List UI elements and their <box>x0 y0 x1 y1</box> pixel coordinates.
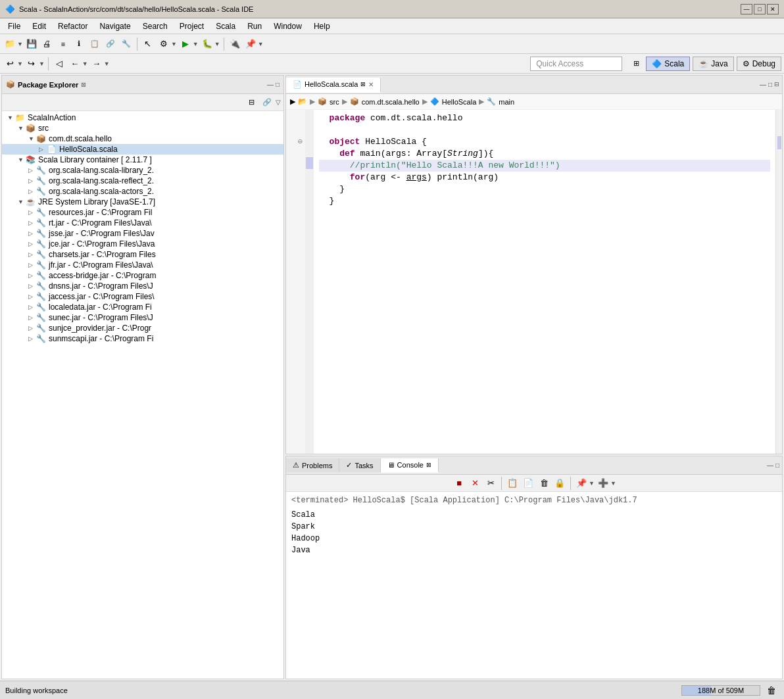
console-output-area[interactable]: <terminated> HelloScala$ [Scala Applicat… <box>286 492 782 679</box>
tab-tasks[interactable]: ✓ Tasks <box>339 458 380 472</box>
nav-back-dropdown[interactable]: ▼ <box>82 60 88 67</box>
copy-btn[interactable]: 📋 <box>505 476 520 491</box>
tree-item-package[interactable]: ▼ 📦 com.dt.scala.hello <box>2 133 283 144</box>
menu-project[interactable]: Project <box>174 20 209 32</box>
tree-item-charsets[interactable]: ▷ 🔧 charsets.jar - C:\Program Files <box>2 249 283 260</box>
tree-item-jfr[interactable]: ▷ 🔧 jfr.jar - C:\Program Files\Java\ <box>2 260 283 270</box>
new-console-btn[interactable]: ➕ <box>596 476 610 491</box>
console-panel-controls[interactable]: — □ <box>764 462 782 469</box>
menu-navigate[interactable]: Navigate <box>94 20 135 32</box>
code-editor[interactable]: package com.dt.scala.hello object HelloS… <box>314 110 775 454</box>
nav-back-btn[interactable]: ← <box>68 57 82 71</box>
tree-item-scala-actors[interactable]: ▷ 🔧 org.scala-lang.scala-actors_2. <box>2 186 283 197</box>
window-controls[interactable]: — □ ✕ <box>741 4 779 14</box>
menu-help[interactable]: Help <box>308 20 335 32</box>
new-console-dropdown[interactable]: ▼ <box>610 480 616 487</box>
minimize-button[interactable]: — <box>741 4 752 14</box>
view-btn3[interactable]: 📋 <box>87 37 102 51</box>
scala-perspective-btn[interactable]: 🔷 Scala <box>646 57 690 71</box>
tree-item-access-bridge[interactable]: ▷ 🔧 access-bridge.jar - C:\Program <box>2 270 283 281</box>
tree-item-scalainaction[interactable]: ▼ 📁 ScalaInAction <box>2 112 283 123</box>
back-btn[interactable]: ↩ <box>3 57 17 71</box>
view-menu-btn[interactable]: ▽ <box>276 99 281 106</box>
tree-item-jce[interactable]: ▷ 🔧 jce.jar - C:\Program Files\Java <box>2 239 283 249</box>
tree-item-scala-library[interactable]: ▷ 🔧 org.scala-lang.scala-library_2. <box>2 165 283 176</box>
minimize-editor-btn[interactable]: — <box>760 81 766 88</box>
run-dropdown[interactable]: ▼ <box>193 41 199 47</box>
scroll-lock-btn[interactable]: 🔒 <box>552 476 567 491</box>
panel-controls[interactable]: — □ <box>267 81 280 88</box>
new-dropdown-arrow[interactable]: ▼ <box>17 41 23 47</box>
fwd-dropdown2[interactable]: ▼ <box>39 60 45 67</box>
gc-button[interactable]: 🗑 <box>764 683 779 698</box>
save-button[interactable]: 💾 <box>24 37 39 51</box>
memory-indicator[interactable]: 188M of 509M 🗑 <box>681 683 779 698</box>
disconnect-btn[interactable]: ✂ <box>483 476 498 491</box>
close-button[interactable]: ✕ <box>767 4 779 14</box>
nav-fwd-dropdown[interactable]: ▼ <box>104 60 110 67</box>
external-btn[interactable]: 🔌 <box>228 37 242 51</box>
breadcrumb-method[interactable]: main <box>499 98 514 106</box>
link-with-editor-btn[interactable]: 🔗 <box>260 95 274 110</box>
stop-btn[interactable]: ■ <box>452 476 466 491</box>
terminate-btn[interactable]: ✕ <box>468 476 482 491</box>
minimize-panel-btn[interactable]: — <box>267 81 274 88</box>
java-perspective-btn[interactable]: ☕ Java <box>693 57 733 71</box>
tree-item-scala-reflect[interactable]: ▷ 🔧 org.scala-lang.scala-reflect_2. <box>2 176 283 186</box>
debug-perspective-btn[interactable]: ⚙ Debug <box>737 57 781 71</box>
run-button[interactable]: ▶ <box>178 37 193 51</box>
menu-edit[interactable]: Edit <box>27 20 51 32</box>
view-btn1[interactable]: ≡ <box>56 37 70 51</box>
prev-edit-btn[interactable]: ◁ <box>52 57 66 71</box>
maximize-button[interactable]: □ <box>754 4 766 14</box>
pin-dropdown[interactable]: ▼ <box>258 41 264 47</box>
cursor-btn[interactable]: ↖ <box>141 37 155 51</box>
menu-file[interactable]: File <box>3 20 26 32</box>
tree-item-scala-lib[interactable]: ▼ 📚 Scala Library container [ 2.11.7 ] <box>2 155 283 165</box>
paste-btn[interactable]: 📄 <box>521 476 535 491</box>
menu-run[interactable]: Run <box>242 20 267 32</box>
tree-item-jsse[interactable]: ▷ 🔧 jsse.jar - C:\Program Files\Jav <box>2 228 283 239</box>
tab-console[interactable]: 🖥 Console ⊠ <box>381 458 439 473</box>
view-btn5[interactable]: 🔧 <box>119 37 134 51</box>
tree-item-dnsns[interactable]: ▷ 🔧 dnsns.jar - C:\Program Files\J <box>2 281 283 291</box>
breadcrumb-arrow1[interactable]: ▶ <box>290 97 295 106</box>
view-btn4[interactable]: 🔗 <box>103 37 118 51</box>
tab-close-btn[interactable]: ✕ <box>368 81 374 88</box>
tab-helloscala[interactable]: 📄 HelloScala.scala ⊠ ✕ <box>286 78 381 93</box>
menu-window[interactable]: Window <box>268 20 307 32</box>
collapse-all-btn[interactable]: ⊟ <box>244 95 258 110</box>
console-pin-dropdown[interactable]: ▼ <box>589 480 595 487</box>
pin-btn[interactable]: 📌 <box>243 37 258 51</box>
open-perspective-btn[interactable]: ⊞ <box>629 57 643 71</box>
tree-item-resources[interactable]: ▷ 🔧 resources.jar - C:\Program Fil <box>2 207 283 218</box>
breadcrumb-class[interactable]: HelloScala <box>442 98 477 106</box>
menu-refactor[interactable]: Refactor <box>53 20 93 32</box>
maximize-panel-btn[interactable]: □ <box>276 81 280 88</box>
tree-item-rt[interactable]: ▷ 🔧 rt.jar - C:\Program Files\Java\ <box>2 218 283 228</box>
print-button[interactable]: 🖨 <box>40 37 55 51</box>
tree-item-sunjce[interactable]: ▷ 🔧 sunjce_provider.jar - C:\Progr <box>2 323 283 333</box>
minimize-console-btn[interactable]: — <box>767 462 773 469</box>
maximize-editor-btn[interactable]: □ <box>768 81 772 88</box>
new-button[interactable]: 📁 <box>3 37 17 51</box>
tree-item-sunec[interactable]: ▷ 🔧 sunec.jar - C:\Program Files\J <box>2 312 283 323</box>
tree-item-jre-lib[interactable]: ▼ ☕ JRE System Library [JavaSE-1.7] <box>2 197 283 207</box>
maximize-console-btn[interactable]: □ <box>775 462 779 469</box>
tree-item-jaccess[interactable]: ▷ 🔧 jaccess.jar - C:\Program Files\ <box>2 291 283 302</box>
debug-btn[interactable]: 🐛 <box>200 37 214 51</box>
editor-content[interactable]: ⊖ packa <box>286 110 782 454</box>
console-pin-btn[interactable]: 📌 <box>574 476 589 491</box>
tree-item-src[interactable]: ▼ 📦 src <box>2 123 283 133</box>
view-btn2[interactable]: ℹ <box>72 37 86 51</box>
tree-item-sunmscapi[interactable]: ▷ 🔧 sunmscapi.jar - C:\Program Fi <box>2 333 283 344</box>
settings-btn[interactable]: ⚙ <box>157 37 171 51</box>
quick-access-input[interactable]: Quick Access <box>530 57 622 71</box>
side-icons-btn[interactable]: ⊟ <box>774 81 779 88</box>
debug-dropdown[interactable]: ▼ <box>214 41 220 47</box>
editor-panel-controls[interactable]: — □ ⊟ <box>757 81 782 88</box>
breadcrumb-src[interactable]: src <box>330 98 339 106</box>
menu-search[interactable]: Search <box>137 20 173 32</box>
tab-problems[interactable]: ⚠ Problems <box>286 458 339 472</box>
clear-btn[interactable]: 🗑 <box>537 476 551 491</box>
